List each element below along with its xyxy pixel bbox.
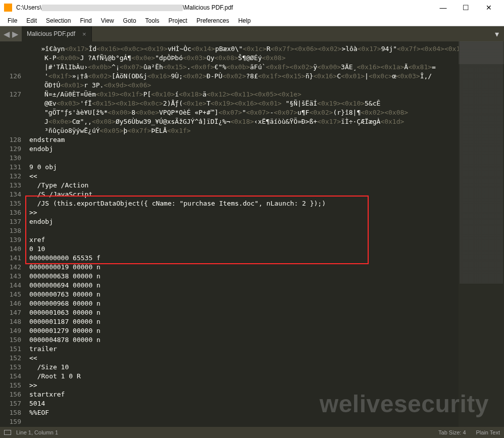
code-line: 0000000968 00000 n: [29, 299, 459, 308]
code-line: endstream: [29, 135, 459, 144]
menu-tools[interactable]: Tools: [141, 17, 164, 24]
line-number: 137: [0, 217, 21, 226]
status-position[interactable]: Line 1, Column 1: [16, 429, 58, 435]
line-number: 131: [0, 163, 21, 172]
status-syntax[interactable]: Plain Text: [476, 429, 500, 435]
menu-find[interactable]: Find: [75, 17, 96, 24]
app-icon: [4, 4, 12, 12]
line-number: [0, 99, 21, 108]
line-number: 144: [0, 281, 21, 290]
tab-label: Malicious PDF.pdf: [27, 30, 75, 37]
code-line: /Root 1 0 R: [29, 372, 459, 381]
line-number: 126: [0, 72, 21, 81]
code-line: /S /JavaScript: [29, 190, 459, 199]
maximize-button[interactable]: ☐: [455, 0, 477, 15]
tabstrip-spacer: [92, 26, 490, 41]
code-line: %%EOF: [29, 408, 459, 417]
code-line: >>: [29, 381, 459, 390]
menu-project[interactable]: Project: [164, 17, 192, 24]
code-line: startxref: [29, 390, 459, 399]
code-line: "gÖT"ƒs'àè¥U[ž%*<0x00>8<0x0e>VPQP*OèÉ «P…: [29, 108, 459, 117]
line-number: 149: [0, 326, 21, 335]
code-line: ³ñûçüo8ÿýwË¿úÝ<0x05>þ<0x7f>ÞËLÅ<0x1f>: [29, 126, 459, 135]
window-buttons: — ☐ ✕: [432, 0, 500, 15]
code-line: /JS (this.exportDataObject({ cName: "pur…: [29, 199, 459, 208]
menu-view[interactable]: View: [96, 17, 119, 24]
window-title: C:\Users\\Malicious PDF.pdf: [16, 4, 432, 11]
nav-forward-icon[interactable]: ▶: [12, 30, 19, 37]
line-number: 135: [0, 199, 21, 208]
minimap-content: [460, 41, 503, 284]
code-line: <<: [29, 172, 459, 181]
gutter: 1261271281291301311321331341351361371381…: [0, 41, 25, 427]
line-number: [0, 108, 21, 117]
statusbar: Line 1, Column 1 Tab Size: 4 Plain Text: [0, 427, 504, 438]
code-line: /Size 10: [29, 363, 459, 372]
line-number: 157: [0, 399, 21, 408]
editor: 1261271281291301311321331341351361371381…: [0, 41, 504, 427]
status-panel-icon[interactable]: [4, 430, 11, 435]
line-number: 136: [0, 208, 21, 217]
status-tabsize[interactable]: Tab Size: 4: [438, 429, 466, 435]
close-button[interactable]: ✕: [477, 0, 500, 15]
code-line: <<: [29, 354, 459, 363]
code-line: 0000001063 00000 n: [29, 308, 459, 317]
line-number: 159: [0, 417, 21, 426]
code-line: 0000001279 00000 n: [29, 326, 459, 335]
tabstrip: ◀ ▶ Malicious PDF.pdf × ▾: [0, 26, 504, 41]
code-line: endobj: [29, 144, 459, 154]
line-number: [0, 117, 21, 126]
nav-back-icon[interactable]: ◀: [3, 30, 10, 37]
tab-nav: ◀ ▶: [0, 26, 22, 41]
line-number: 143: [0, 272, 21, 281]
line-number: 148: [0, 317, 21, 326]
code-line: |#'TÄlIbÀu›<0x0b>^¡<0x07>ûa²Ëh<0x15>.<0x…: [29, 63, 459, 72]
line-number: 147: [0, 308, 21, 317]
tab-dropdown-icon[interactable]: ▾: [490, 26, 504, 41]
minimap[interactable]: [459, 41, 504, 427]
line-number: 129: [0, 144, 21, 154]
line-number: 156: [0, 390, 21, 399]
code-line: K-P<0x00>J ?AfÑ¾@b°gÁ¶<0x0e>"dpÒÞbó<0x03…: [29, 54, 459, 63]
line-number: 152: [0, 354, 21, 363]
line-number: 153: [0, 363, 21, 372]
line-number: 151: [0, 345, 21, 354]
code-line: 9 0 obj: [29, 163, 459, 172]
titlebar: C:\Users\\Malicious PDF.pdf — ☐ ✕: [0, 0, 504, 15]
code-line: J<0x0e>Cœ",,<0x08>Øy56Ùbw39_¥Ú@xsÃžGJÝ^â…: [29, 117, 459, 126]
line-number: [0, 81, 21, 90]
code-line: endobj: [29, 217, 459, 226]
line-number: 134: [0, 190, 21, 199]
line-number: 128: [0, 135, 21, 144]
code-line: 0000000763 00000 n: [29, 290, 459, 299]
code-line: trailer: [29, 345, 459, 354]
line-number: 141: [0, 254, 21, 263]
line-number: 139: [0, 235, 21, 245]
code-line: 0000000694 00000 n: [29, 281, 459, 290]
menu-selection[interactable]: Selection: [41, 17, 75, 24]
menu-edit[interactable]: Edit: [22, 17, 41, 24]
code-line: xref: [29, 235, 459, 245]
line-number: 158: [0, 408, 21, 417]
minimize-button[interactable]: —: [432, 0, 455, 15]
code-line: 0000000019 00000 n: [29, 263, 459, 272]
line-number-blank: [0, 63, 21, 72]
code-line: [29, 417, 459, 426]
minimap-viewport[interactable]: [459, 41, 504, 64]
tab-active[interactable]: Malicious PDF.pdf ×: [22, 26, 92, 41]
menu-help[interactable]: Help: [234, 17, 256, 24]
code-area[interactable]: »î€àyn<0x17>Îd<0x16><0x0c><0x19>vHÌ~Òc<0…: [25, 41, 459, 427]
line-number: 142: [0, 263, 21, 272]
line-number: 132: [0, 172, 21, 181]
menu-goto[interactable]: Goto: [119, 17, 141, 24]
code-line: 0000004878 00000 n: [29, 335, 459, 345]
title-suffix: \Malicious PDF.pdf: [183, 4, 233, 11]
code-line: 0000001187 00000 n: [29, 317, 459, 326]
line-number: 145: [0, 290, 21, 299]
menu-file[interactable]: File: [3, 17, 22, 24]
menu-preferences[interactable]: Preferences: [192, 17, 234, 24]
tab-close-icon[interactable]: ×: [82, 30, 86, 38]
line-number: 138: [0, 226, 21, 235]
line-number: 130: [0, 154, 21, 163]
line-number-blank: [0, 54, 21, 63]
